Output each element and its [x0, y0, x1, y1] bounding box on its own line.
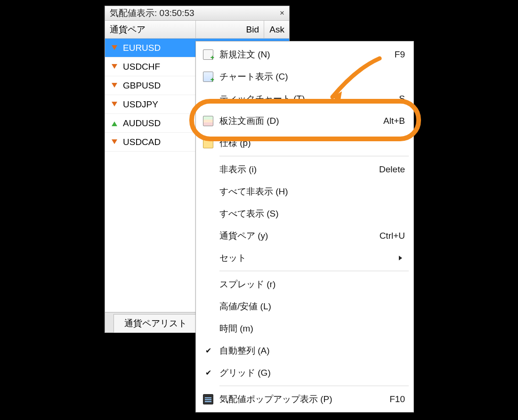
menu-item[interactable]: スプレッド (r) [197, 273, 413, 295]
menu-item[interactable]: 新規注文 (N)F9 [197, 43, 413, 65]
arrow-down-icon [111, 138, 118, 146]
arrow-down-icon [111, 44, 118, 52]
arrow-up-icon [111, 120, 118, 127]
menu-item-label: 高値/安値 (L) [219, 300, 363, 313]
menu-icon [197, 72, 219, 82]
col-header-bid[interactable]: Bid [196, 21, 264, 38]
chart-icon [203, 72, 213, 82]
menu-item-label: 非表示 (i) [219, 163, 363, 176]
menu-item-label: チャート表示 (C) [219, 71, 363, 83]
menu-icon [197, 138, 219, 148]
menu-item-label: ティックチャート (T) [219, 93, 363, 105]
col-header-ask[interactable]: Ask [264, 21, 289, 38]
menu-item-label: 時間 (m) [219, 323, 363, 335]
spec-icon [203, 138, 213, 148]
check-icon [197, 346, 219, 355]
menu-item-label: 板注文画面 (D) [219, 115, 363, 127]
close-icon[interactable]: × [278, 9, 286, 17]
menu-separator [219, 271, 409, 271]
pair-symbol: USDCHF [123, 62, 160, 72]
tab-pairs-list[interactable]: 通貨ペアリスト [113, 314, 198, 333]
titlebar[interactable]: 気配値表示: 03:50:53 × [105, 6, 289, 21]
popup-icon [203, 394, 213, 404]
menu-item-hotkey: S [363, 94, 405, 104]
menu-icon [197, 116, 219, 126]
menu-item-label: スプレッド (r) [219, 278, 363, 291]
menu-item[interactable]: グリッド (G) [197, 362, 413, 384]
arrow-down-icon [111, 82, 118, 89]
menu-item[interactable]: 仕様 (p) [197, 132, 413, 154]
menu-item-label: 通貨ペア (y) [219, 230, 363, 242]
check-icon [197, 368, 219, 377]
menu-item[interactable]: 自動整列 (A) [197, 339, 413, 362]
menu-item-hotkey: Alt+B [363, 116, 405, 126]
menu-icon [197, 394, 219, 404]
pair-symbol: GBPUSD [123, 81, 161, 91]
menu-item-label: すべて表示 (S) [219, 208, 363, 220]
menu-item-label: 新規注文 (N) [219, 48, 363, 61]
window-title: 気配値表示: 03:50:53 [110, 7, 278, 19]
arrow-down-icon [111, 101, 118, 108]
menu-item-label: セット [219, 252, 399, 264]
pair-symbol: EURUSD [123, 43, 161, 53]
menu-item[interactable]: 高値/安値 (L) [197, 295, 413, 317]
menu-item-hotkey: Delete [363, 164, 405, 175]
menu-item[interactable]: すべて非表示 (H) [197, 180, 413, 202]
dom-icon [203, 116, 213, 126]
menu-item[interactable]: 非表示 (i)Delete [197, 158, 413, 180]
menu-item-label: すべて非表示 (H) [219, 186, 363, 198]
title-time: 03:50:53 [160, 8, 194, 18]
column-headers: 通貨ペア Bid Ask [105, 21, 289, 39]
pair-symbol: AUDUSD [123, 118, 161, 129]
menu-item[interactable]: すべて表示 (S) [197, 202, 413, 225]
col-header-pair[interactable]: 通貨ペア [105, 21, 196, 38]
menu-item-label: 気配値ポップアップ表示 (P) [219, 393, 363, 405]
title-prefix: 気配値表示: [110, 8, 160, 18]
menu-item[interactable]: セット [197, 247, 413, 269]
menu-separator [219, 156, 409, 156]
context-menu: 新規注文 (N)F9チャート表示 (C)ティックチャート (T)S板注文画面 (… [195, 41, 414, 412]
menu-icon [197, 49, 219, 60]
menu-item-label: 自動整列 (A) [219, 345, 363, 357]
pair-symbol: USDJPY [123, 99, 158, 110]
menu-item[interactable]: 板注文画面 (D)Alt+B [197, 110, 413, 132]
menu-separator [219, 386, 409, 386]
menu-item[interactable]: 時間 (m) [197, 317, 413, 339]
menu-item-label: 仕様 (p) [219, 137, 363, 149]
menu-item-hotkey: Ctrl+U [363, 231, 405, 241]
new-icon [203, 49, 213, 60]
menu-item[interactable]: 通貨ペア (y)Ctrl+U [197, 225, 413, 247]
arrow-down-icon [111, 63, 118, 71]
menu-item-label: グリッド (G) [219, 367, 363, 379]
submenu-arrow-icon [399, 256, 402, 260]
menu-item-hotkey: F9 [363, 49, 405, 60]
menu-item[interactable]: チャート表示 (C) [197, 65, 413, 88]
menu-item[interactable]: ティックチャート (T)S [197, 88, 413, 110]
pair-symbol: USDCAD [123, 137, 161, 147]
menu-item[interactable]: 気配値ポップアップ表示 (P)F10 [197, 388, 413, 410]
menu-item-hotkey: F10 [363, 394, 405, 404]
